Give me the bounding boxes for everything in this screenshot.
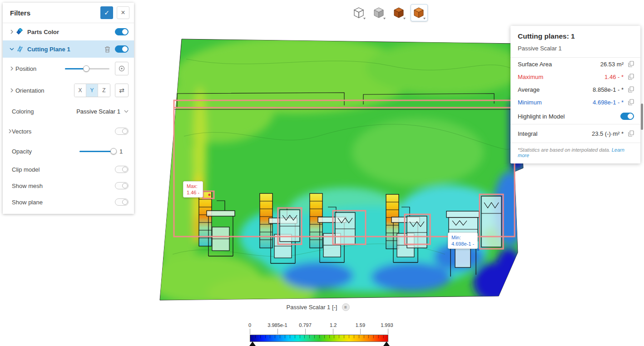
tick-mark	[388, 329, 388, 334]
position-slider[interactable]	[65, 65, 109, 72]
flip-orientation-button[interactable]: ⇄	[115, 84, 129, 97]
tick-label: 1.993	[381, 322, 393, 328]
trash-icon	[104, 46, 110, 53]
axis-z-button[interactable]: Z	[98, 84, 110, 97]
tick-mark	[305, 329, 306, 334]
stat-value: 23.5 (-)·m² *	[592, 130, 624, 137]
stat-row-surface-area: Surface Area 26.53 m²	[510, 58, 640, 70]
legend-menu-button[interactable]: ≡	[342, 303, 350, 311]
copy-icon	[628, 130, 634, 137]
apply-filters-button[interactable]: ✓	[100, 6, 113, 19]
dark-orange-cube-icon	[392, 5, 406, 20]
position-label: Position	[15, 65, 65, 72]
chevron-down-icon	[8, 47, 15, 51]
filter-item-parts-color[interactable]: Parts Color	[3, 23, 134, 40]
vectors-toggle[interactable]	[115, 128, 129, 135]
chevron-down-icon	[124, 110, 129, 113]
show-mesh-row: Show mesh	[3, 178, 134, 194]
range-handle-min[interactable]	[249, 341, 256, 346]
dropdown-caret-icon	[383, 18, 386, 20]
tick-label: 3.985e-1	[268, 322, 287, 328]
copy-icon	[628, 61, 634, 67]
filter-item-cutting-plane[interactable]: Cutting Plane 1	[3, 40, 134, 58]
parts-color-toggle[interactable]	[115, 28, 129, 35]
min-value-callout: Min: 4.698e-1 -	[448, 232, 478, 249]
cutting-plane-surface	[148, 36, 526, 310]
tick-mark	[277, 329, 278, 334]
show-mesh-toggle[interactable]	[115, 182, 129, 189]
opacity-slider-knob[interactable]	[110, 148, 117, 154]
cutting-plane-icon	[15, 45, 25, 53]
stat-row-minimum: Minimum 4.698e-1 - *	[510, 96, 640, 109]
stat-value: 8.858e-1 - *	[593, 86, 624, 93]
clip-model-label: Clip model	[8, 166, 115, 173]
center-position-button[interactable]	[115, 62, 129, 75]
scrollbar-thumb[interactable]	[641, 104, 643, 130]
coloring-dropdown[interactable]: Passive Scalar 1	[76, 108, 129, 115]
highlight-in-model-toggle[interactable]	[620, 113, 634, 120]
stat-value: 26.53 m²	[600, 61, 624, 68]
tick-label: 1.2	[330, 322, 337, 328]
coloring-label: Coloring	[8, 108, 76, 115]
max-point-marker	[208, 194, 211, 196]
show-mesh-label: Show mesh	[8, 183, 115, 189]
coloring-row: Coloring Passive Scalar 1	[3, 101, 134, 121]
dropdown-caret-icon	[423, 18, 426, 20]
tick-mark	[360, 329, 361, 334]
result-cube-view-button[interactable]	[411, 4, 428, 21]
stat-value: 4.698e-1 - *	[593, 99, 624, 106]
copy-icon	[628, 74, 634, 80]
opacity-slider[interactable]	[79, 148, 115, 154]
chevron-right-icon	[8, 127, 12, 135]
filters-panel: Filters ✓ × Parts Color Cutting Plane	[3, 3, 134, 214]
copy-button[interactable]	[628, 86, 634, 93]
position-slider-knob[interactable]	[83, 65, 89, 72]
dropdown-caret-icon	[363, 18, 366, 20]
wireframe-cube-view-button[interactable]	[351, 4, 368, 21]
stat-row-average: Average 8.858e-1 - *	[510, 83, 640, 96]
legend-title-row: Passive Scalar 1 [-] ≡	[191, 303, 445, 311]
vectors-row: Vectors	[3, 121, 134, 141]
position-row: Position	[3, 58, 134, 79]
clip-model-toggle[interactable]	[115, 166, 129, 173]
copy-icon	[628, 99, 634, 105]
copy-button[interactable]	[628, 61, 634, 67]
parts-color-icon	[15, 28, 25, 35]
stats-footnote: *Statistics are based on interpolated da…	[510, 143, 640, 163]
chevron-right-icon	[8, 88, 15, 93]
chevron-right-icon	[8, 66, 15, 71]
close-filters-button[interactable]: ×	[117, 6, 129, 19]
min-callout-label: Min:	[451, 234, 474, 241]
copy-button[interactable]	[628, 130, 634, 137]
model-cube-view-button[interactable]	[391, 4, 408, 21]
range-handle-max[interactable]	[383, 341, 390, 346]
stats-subtitle: Passive Scalar 1	[518, 45, 633, 52]
stats-title: Cutting planes: 1	[518, 32, 633, 40]
gray-cube-view-button[interactable]	[371, 4, 388, 21]
stat-label: Integral	[518, 130, 592, 137]
axis-x-button[interactable]: X	[74, 84, 86, 97]
color-scale-segments	[250, 335, 388, 338]
stat-row-maximum: Maximum 1.46 - *	[510, 70, 640, 83]
filter-label-cutting-plane: Cutting Plane 1	[27, 46, 104, 53]
stat-label: Maximum	[518, 74, 604, 80]
filters-header: Filters ✓ ×	[3, 3, 134, 23]
clip-model-row: Clip model	[3, 161, 134, 178]
copy-button[interactable]	[628, 74, 634, 80]
color-scale-bar[interactable]	[250, 335, 388, 342]
tick-mark	[333, 329, 333, 334]
tick-label: 0	[248, 322, 251, 328]
axis-y-button[interactable]: Y	[86, 84, 98, 97]
wireframe-cube-icon	[352, 5, 367, 20]
stat-label: Surface Area	[518, 61, 600, 68]
tick-mark	[250, 329, 250, 334]
copy-button[interactable]	[628, 99, 634, 105]
chevron-right-icon	[8, 30, 15, 34]
view-toolbar	[351, 4, 428, 21]
solid-gray-cube-icon	[372, 5, 386, 20]
cutting-plane-toggle[interactable]	[115, 45, 129, 53]
show-plane-toggle[interactable]	[115, 198, 129, 206]
max-callout-label: Max:	[187, 183, 199, 189]
orientation-row: Orientation X Y Z ⇄	[3, 79, 134, 101]
delete-cutting-plane-button[interactable]	[104, 46, 110, 53]
